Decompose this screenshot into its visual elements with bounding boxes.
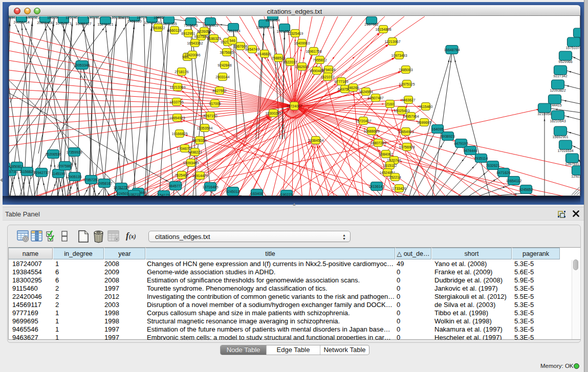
svg-text:17359928: 17359928 <box>66 150 82 154</box>
svg-text:19166825: 19166825 <box>171 132 187 136</box>
svg-text:1621072: 1621072 <box>320 75 334 79</box>
svg-text:2905135: 2905135 <box>68 175 81 179</box>
svg-text:11914479: 11914479 <box>192 174 208 178</box>
svg-text:7955812: 7955812 <box>313 58 326 62</box>
svg-text:9498222: 9498222 <box>188 150 202 154</box>
svg-text:14136141: 14136141 <box>368 185 384 188</box>
svg-text:12942737: 12942737 <box>33 171 49 174</box>
svg-text:19756928: 19756928 <box>399 145 415 149</box>
svg-text:18807249: 18807249 <box>370 141 386 145</box>
svg-text:20053346: 20053346 <box>74 63 90 67</box>
svg-text:164095: 164095 <box>431 127 443 131</box>
svg-text:14093489: 14093489 <box>183 161 199 165</box>
svg-text:9084067: 9084067 <box>379 152 393 156</box>
svg-text:19654923: 19654923 <box>169 116 185 120</box>
svg-text:546: 546 <box>229 39 235 42</box>
svg-text:10654112: 10654112 <box>506 179 522 183</box>
svg-text:1810755: 1810755 <box>169 100 183 104</box>
svg-text:17046738: 17046738 <box>177 147 192 150</box>
svg-text:8471626: 8471626 <box>496 171 510 174</box>
svg-text:15751074: 15751074 <box>565 46 580 50</box>
svg-text:917006: 917006 <box>209 102 221 105</box>
svg-text:14957964: 14957964 <box>403 115 419 118</box>
svg-text:11353594: 11353594 <box>197 126 213 130</box>
svg-text:2160: 2160 <box>386 102 394 106</box>
svg-text:7515526: 7515526 <box>184 24 198 27</box>
svg-text:8878334: 8878334 <box>192 139 206 142</box>
svg-text:11156829: 11156829 <box>19 170 35 173</box>
svg-text:10507487: 10507487 <box>367 96 383 100</box>
svg-text:9402521: 9402521 <box>26 16 39 19</box>
svg-text:15276021: 15276021 <box>97 23 113 26</box>
svg-text:10973493: 10973493 <box>391 54 407 57</box>
svg-text:16210643: 16210643 <box>550 119 565 123</box>
svg-text:8427552: 8427552 <box>212 89 226 93</box>
svg-text:7485003: 7485003 <box>399 68 412 72</box>
svg-text:16782759: 16782759 <box>113 186 129 189</box>
svg-text:16033809: 16033809 <box>202 24 218 27</box>
svg-text:746266: 746266 <box>347 86 359 90</box>
svg-text:22420046: 22420046 <box>184 53 200 57</box>
svg-text:17957253: 17957253 <box>83 178 99 182</box>
svg-text:11325419: 11325419 <box>288 32 303 35</box>
svg-text:9777169: 9777169 <box>334 80 348 83</box>
svg-text:9242848: 9242848 <box>217 63 231 67</box>
svg-text:2803144: 2803144 <box>215 75 229 79</box>
svg-text:15692901: 15692901 <box>552 135 568 139</box>
svg-text:8660128: 8660128 <box>167 29 181 32</box>
svg-text:22975867: 22975867 <box>57 164 73 168</box>
svg-text:8813054: 8813054 <box>266 18 279 22</box>
svg-text:3624554: 3624554 <box>359 90 373 94</box>
svg-text:12213369: 12213369 <box>169 85 185 89</box>
svg-text:20691406: 20691406 <box>37 21 53 25</box>
svg-text:16671355: 16671355 <box>161 22 177 26</box>
svg-text:9699695: 9699695 <box>417 121 431 124</box>
svg-text:12975125: 12975125 <box>399 82 415 86</box>
svg-text:8454749: 8454749 <box>245 48 259 51</box>
svg-text:6794028: 6794028 <box>321 68 335 72</box>
svg-text:17016534: 17016534 <box>557 149 573 152</box>
svg-text:7357224: 7357224 <box>226 29 240 33</box>
svg-text:9115460: 9115460 <box>419 105 433 108</box>
svg-text:8226058: 8226058 <box>197 30 211 33</box>
svg-text:2935114: 2935114 <box>474 157 488 160</box>
svg-text:15720407: 15720407 <box>355 119 371 123</box>
svg-text:1145190: 1145190 <box>52 172 66 176</box>
svg-text:16543362: 16543362 <box>187 41 203 45</box>
svg-text:10688609: 10688609 <box>363 129 379 133</box>
svg-text:18300295: 18300295 <box>265 112 281 115</box>
svg-text:9245012: 9245012 <box>226 190 239 193</box>
svg-text:24055714: 24055714 <box>13 20 29 24</box>
svg-text:2687682: 2687682 <box>364 23 378 26</box>
svg-text:8267150: 8267150 <box>203 114 217 118</box>
svg-text:19384554: 19384554 <box>308 139 323 142</box>
svg-text:13716485: 13716485 <box>202 185 218 189</box>
svg-text:9474444: 9474444 <box>463 149 477 152</box>
svg-text:16409910: 16409910 <box>294 41 310 45</box>
svg-text:16961758: 16961758 <box>306 50 321 53</box>
svg-text:18724007: 18724007 <box>286 104 302 108</box>
svg-text:7625402: 7625402 <box>175 173 188 177</box>
svg-text:16055327: 16055327 <box>75 22 91 26</box>
svg-text:8912951: 8912951 <box>181 32 195 35</box>
svg-text:1292344: 1292344 <box>571 174 580 178</box>
svg-text:16813309: 16813309 <box>256 26 272 29</box>
svg-text:924501: 924501 <box>117 192 128 195</box>
svg-text:1615112: 1615112 <box>383 164 397 167</box>
svg-text:2588520: 2588520 <box>271 56 285 60</box>
svg-text:252214: 252214 <box>389 176 401 179</box>
svg-text:10958167: 10958167 <box>96 182 112 185</box>
svg-text:1267531: 1267531 <box>565 162 579 166</box>
svg-text:6479197: 6479197 <box>454 142 468 145</box>
svg-text:8186323: 8186323 <box>207 37 221 40</box>
svg-text:9227342: 9227342 <box>553 74 567 78</box>
svg-text:3215958: 3215958 <box>537 112 551 116</box>
svg-text:10753571: 10753571 <box>55 21 71 25</box>
svg-text:9463627: 9463627 <box>401 98 415 102</box>
svg-text:163408: 163408 <box>251 192 263 195</box>
svg-text:1257402: 1257402 <box>66 16 79 19</box>
svg-text:8938923: 8938923 <box>441 135 454 138</box>
svg-text:7632621: 7632621 <box>486 164 499 167</box>
svg-text:19654923: 19654923 <box>398 130 413 134</box>
svg-text:1362615: 1362615 <box>295 65 309 69</box>
